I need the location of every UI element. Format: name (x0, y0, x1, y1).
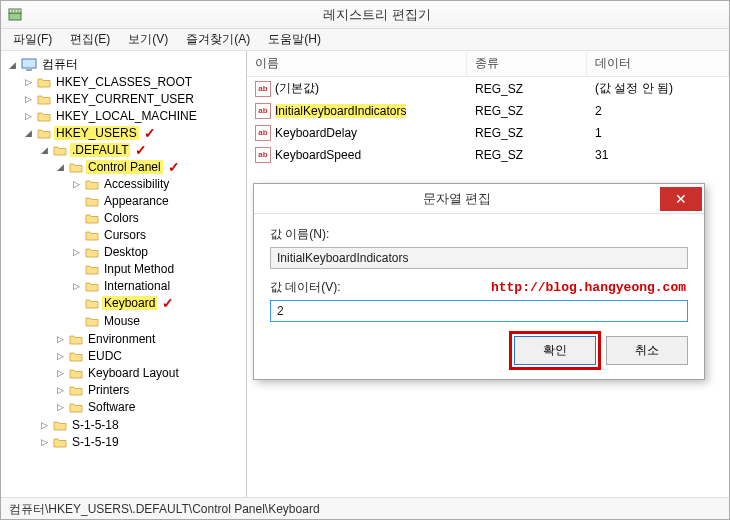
expander-icon[interactable]: ▷ (55, 402, 66, 413)
expander-icon[interactable]: ▷ (55, 334, 66, 345)
expander-icon[interactable]: ◢ (55, 162, 66, 173)
expander-icon[interactable]: ▷ (39, 420, 50, 431)
menu-help[interactable]: 도움말(H) (260, 29, 329, 50)
list-row[interactable]: abInitialKeyboardIndicatorsREG_SZ2 (247, 100, 729, 122)
expander-icon[interactable]: ▷ (55, 351, 66, 362)
tree-item-hcu[interactable]: HKEY_CURRENT_USER (54, 92, 196, 106)
menu-favorites[interactable]: 즐겨찾기(A) (178, 29, 258, 50)
expander-icon[interactable]: ▷ (55, 368, 66, 379)
value-name: InitialKeyboardIndicators (275, 104, 406, 118)
tree-item-international[interactable]: International (102, 279, 172, 293)
expander-icon[interactable]: ▷ (55, 385, 66, 396)
expander-icon[interactable]: ◢ (39, 145, 50, 156)
folder-icon (85, 280, 99, 292)
tree-item-hku[interactable]: HKEY_USERS (54, 126, 139, 140)
tree-item-keyboard-layout[interactable]: Keyboard Layout (86, 366, 181, 380)
svg-point-5 (14, 10, 16, 12)
list-row[interactable]: ab(기본값)REG_SZ(값 설정 안 됨) (247, 77, 729, 100)
watermark-text: http://blog.hangyeong.com (491, 280, 686, 295)
expander-icon[interactable]: ▷ (39, 437, 50, 448)
menu-edit[interactable]: 편집(E) (62, 29, 118, 50)
value-name-label: 값 이름(N): (270, 226, 688, 243)
edit-string-dialog: 문자열 편집 ✕ 값 이름(N): 값 데이터(V): http://blog.… (253, 183, 705, 380)
tree-item-mouse[interactable]: Mouse (102, 314, 142, 328)
tree-item-default[interactable]: .DEFAULT (70, 143, 130, 157)
expander-icon[interactable]: ▷ (71, 179, 82, 190)
expander-icon[interactable]: ▷ (71, 281, 82, 292)
folder-icon (37, 76, 51, 88)
folder-icon (69, 401, 83, 413)
dialog-title: 문자열 편집 (254, 190, 660, 208)
app-icon (7, 7, 23, 23)
menubar: 파일(F) 편집(E) 보기(V) 즐겨찾기(A) 도움말(H) (1, 29, 729, 51)
folder-icon (85, 263, 99, 275)
list-row[interactable]: abKeyboardSpeedREG_SZ31 (247, 144, 729, 166)
folder-icon (69, 367, 83, 379)
col-type[interactable]: 종류 (467, 51, 587, 76)
folder-icon (37, 110, 51, 122)
folder-icon (53, 144, 67, 156)
value-name-input[interactable] (270, 247, 688, 269)
tree-item-colors[interactable]: Colors (102, 211, 141, 225)
tree-pane[interactable]: ◢ 컴퓨터 ▷HKEY_CLASSES_ROOT ▷HKEY_CURRENT_U… (1, 51, 247, 497)
tree-item-desktop[interactable]: Desktop (102, 245, 150, 259)
expander-icon[interactable]: ▷ (71, 247, 82, 258)
folder-icon (85, 178, 99, 190)
value-data: 2 (587, 102, 729, 120)
tree-item-accessibility[interactable]: Accessibility (102, 177, 171, 191)
tree-item-printers[interactable]: Printers (86, 383, 131, 397)
check-icon: ✓ (162, 295, 174, 311)
string-value-icon: ab (255, 103, 271, 119)
tree-item-control-panel[interactable]: Control Panel (86, 160, 163, 174)
values-pane[interactable]: 이름 종류 데이터 ab(기본값)REG_SZ(값 설정 안 됨)abIniti… (247, 51, 729, 497)
expander-icon[interactable]: ▷ (23, 111, 34, 122)
expander-icon[interactable]: ◢ (7, 59, 18, 70)
tree-item-software[interactable]: Software (86, 400, 137, 414)
tree-item-s1518[interactable]: S-1-5-18 (70, 418, 121, 432)
column-headers: 이름 종류 데이터 (247, 51, 729, 77)
col-name[interactable]: 이름 (247, 51, 467, 76)
check-icon: ✓ (144, 125, 156, 141)
close-icon[interactable]: ✕ (660, 187, 702, 211)
tree-item-cursors[interactable]: Cursors (102, 228, 148, 242)
ok-button[interactable]: 확인 (514, 336, 596, 365)
expander-icon[interactable]: ▷ (23, 94, 34, 105)
menu-view[interactable]: 보기(V) (120, 29, 176, 50)
value-data-input[interactable] (270, 300, 688, 322)
tree-item-appearance[interactable]: Appearance (102, 194, 171, 208)
tree-item-hlm[interactable]: HKEY_LOCAL_MACHINE (54, 109, 199, 123)
value-name: KeyboardSpeed (275, 148, 361, 162)
menu-file[interactable]: 파일(F) (5, 29, 60, 50)
tree-item-s1519[interactable]: S-1-5-19 (70, 435, 121, 449)
folder-icon (53, 419, 67, 431)
tree-item-computer[interactable]: 컴퓨터 (40, 56, 80, 73)
svg-point-4 (11, 10, 13, 12)
folder-icon (37, 93, 51, 105)
cancel-button[interactable]: 취소 (606, 336, 688, 365)
folder-icon (69, 384, 83, 396)
folder-icon (69, 333, 83, 345)
tree-item-input_method[interactable]: Input Method (102, 262, 176, 276)
string-value-icon: ab (255, 81, 271, 97)
statusbar: 컴퓨터\HKEY_USERS\.DEFAULT\Control Panel\Ke… (1, 497, 729, 519)
tree-item-hcr[interactable]: HKEY_CLASSES_ROOT (54, 75, 194, 89)
value-type: REG_SZ (467, 102, 587, 120)
tree-item-eudc[interactable]: EUDC (86, 349, 124, 363)
tree-item-environment[interactable]: Environment (86, 332, 157, 346)
expander-icon[interactable]: ◢ (23, 128, 34, 139)
value-data: 1 (587, 124, 729, 142)
computer-icon (21, 58, 37, 72)
check-icon: ✓ (168, 159, 180, 175)
window-title: 레지스트리 편집기 (31, 6, 723, 24)
folder-icon (85, 246, 99, 258)
string-value-icon: ab (255, 125, 271, 141)
value-data: (값 설정 안 됨) (587, 78, 729, 99)
tree-item-keyboard[interactable]: Keyboard (102, 296, 157, 310)
svg-rect-2 (9, 13, 21, 20)
value-type: REG_SZ (467, 146, 587, 164)
list-row[interactable]: abKeyboardDelayREG_SZ1 (247, 122, 729, 144)
col-data[interactable]: 데이터 (587, 51, 729, 76)
folder-icon (85, 297, 99, 309)
expander-icon[interactable]: ▷ (23, 77, 34, 88)
value-type: REG_SZ (467, 80, 587, 98)
